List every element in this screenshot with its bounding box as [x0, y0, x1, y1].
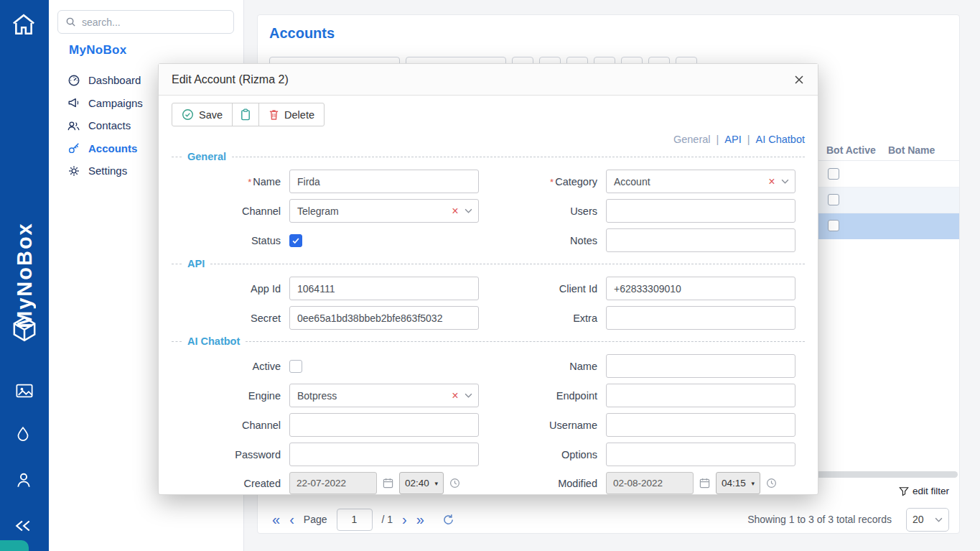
- people-icon: [67, 120, 80, 131]
- notes-label: Notes: [488, 235, 597, 246]
- section-general: General: [172, 151, 805, 162]
- tab-separator: |: [747, 134, 750, 145]
- sidebar-item-label: Dashboard: [88, 74, 141, 86]
- bot-active-checkbox[interactable]: [828, 168, 839, 180]
- app-id-label: App Id: [172, 283, 281, 295]
- channel-select[interactable]: Telegram ×: [289, 199, 479, 223]
- tab-separator: |: [717, 134, 719, 145]
- calendar-icon[interactable]: [699, 478, 710, 489]
- column-bot-name: Bot Name: [888, 144, 935, 156]
- sidebar-brand: MyNoBox: [69, 43, 127, 57]
- chevron-down-icon: [935, 517, 943, 522]
- teal-accent: [0, 540, 29, 551]
- next-page-icon[interactable]: ›: [402, 512, 407, 527]
- modified-date-field[interactable]: [606, 472, 694, 494]
- clear-icon[interactable]: ×: [450, 390, 460, 402]
- username-label: Username: [488, 420, 597, 431]
- bot-channel-label: Channel: [172, 420, 281, 431]
- dashboard-icon: [67, 74, 80, 87]
- key-icon: [67, 142, 80, 154]
- username-field[interactable]: [606, 413, 795, 437]
- modified-label: Modified: [488, 478, 597, 489]
- modified-time-select[interactable]: 04:15 ▾: [716, 472, 760, 494]
- active-checkbox[interactable]: [289, 360, 302, 373]
- secret-field[interactable]: [289, 306, 479, 330]
- calendar-icon[interactable]: [383, 478, 393, 489]
- last-page-icon[interactable]: »: [416, 512, 424, 527]
- gallery-icon[interactable]: [15, 382, 34, 402]
- extra-field[interactable]: [606, 306, 795, 330]
- users-label: Users: [488, 205, 597, 217]
- sidebar-item-label: Accounts: [88, 142, 137, 154]
- client-id-label: Client Id: [488, 283, 597, 295]
- options-field[interactable]: [606, 443, 795, 466]
- prev-page-icon[interactable]: ‹: [289, 512, 294, 527]
- bot-active-checkbox[interactable]: [828, 194, 839, 205]
- chevron-down-icon: [465, 393, 472, 398]
- extra-label: Extra: [488, 312, 597, 324]
- tab-ai-chatbot[interactable]: AI Chatbot: [755, 134, 805, 145]
- delete-button[interactable]: Delete: [258, 103, 325, 126]
- clear-icon[interactable]: ×: [450, 205, 460, 217]
- records-summary: Showing 1 to 3 of 3 total records: [747, 514, 892, 525]
- bot-active-checkbox[interactable]: [828, 220, 839, 231]
- endpoint-field[interactable]: [606, 384, 795, 407]
- modal-body: Save Delete General | API |: [159, 96, 818, 494]
- page-number-input[interactable]: [337, 509, 373, 531]
- edit-filter-label: edit filter: [913, 486, 949, 496]
- icon-rail: MyNoBox: [0, 0, 49, 551]
- ink-drop-icon[interactable]: [15, 426, 31, 446]
- tab-api[interactable]: API: [724, 134, 741, 145]
- client-id-field[interactable]: [606, 277, 795, 300]
- status-label: Status: [172, 235, 281, 246]
- active-label: Active: [172, 361, 281, 372]
- page-title: Accounts: [269, 25, 335, 42]
- section-api: API: [172, 258, 805, 269]
- clipboard-icon: [240, 108, 251, 121]
- chevron-down-icon: [465, 208, 472, 213]
- status-checkbox[interactable]: [289, 234, 302, 247]
- home-icon[interactable]: [11, 13, 36, 39]
- funnel-icon: [899, 486, 909, 496]
- first-page-icon[interactable]: «: [272, 512, 280, 527]
- delete-label: Delete: [284, 109, 314, 121]
- password-field[interactable]: [289, 443, 479, 466]
- sidebar-item-label: Settings: [88, 165, 127, 177]
- channel-label: Channel: [172, 205, 281, 217]
- caret-down-icon: ▾: [434, 480, 438, 487]
- engine-select[interactable]: Botpress ×: [289, 384, 479, 407]
- endpoint-label: Endpoint: [488, 390, 597, 402]
- app-id-field[interactable]: [289, 277, 479, 300]
- bot-name-field[interactable]: [606, 354, 795, 378]
- created-label: Created: [172, 478, 281, 489]
- clipboard-button[interactable]: [232, 103, 259, 126]
- caret-down-icon: ▾: [751, 480, 755, 487]
- refresh-icon[interactable]: [442, 514, 454, 526]
- search-input[interactable]: [82, 17, 226, 28]
- clock-icon[interactable]: [766, 478, 777, 489]
- created-date-field[interactable]: [289, 472, 377, 494]
- clear-icon[interactable]: ×: [767, 176, 777, 187]
- save-button[interactable]: Save: [172, 103, 233, 126]
- check-circle-icon: [182, 108, 194, 121]
- save-label: Save: [199, 109, 223, 121]
- close-icon[interactable]: [793, 74, 805, 85]
- users-field[interactable]: [606, 199, 795, 223]
- modal-tabs: General | API | AI Chatbot: [172, 134, 805, 145]
- options-label: Options: [488, 449, 597, 460]
- page-size-select[interactable]: 20: [906, 508, 949, 532]
- notes-field[interactable]: [606, 228, 795, 252]
- search-box[interactable]: [57, 10, 234, 34]
- profile-icon[interactable]: [15, 471, 32, 491]
- name-field[interactable]: [289, 170, 479, 193]
- category-select[interactable]: Account ×: [606, 170, 795, 193]
- tab-general[interactable]: General: [673, 134, 711, 145]
- collapse-sidebar-icon[interactable]: [14, 519, 32, 536]
- clock-icon[interactable]: [449, 478, 460, 489]
- secret-label: Secret: [172, 312, 281, 324]
- edit-filter-button[interactable]: edit filter: [899, 486, 949, 496]
- bot-channel-field[interactable]: [289, 413, 479, 437]
- created-time-select[interactable]: 02:40 ▾: [399, 472, 444, 494]
- page-total: / 1: [382, 514, 393, 525]
- section-ai-chatbot: AI Chatbot: [172, 335, 805, 347]
